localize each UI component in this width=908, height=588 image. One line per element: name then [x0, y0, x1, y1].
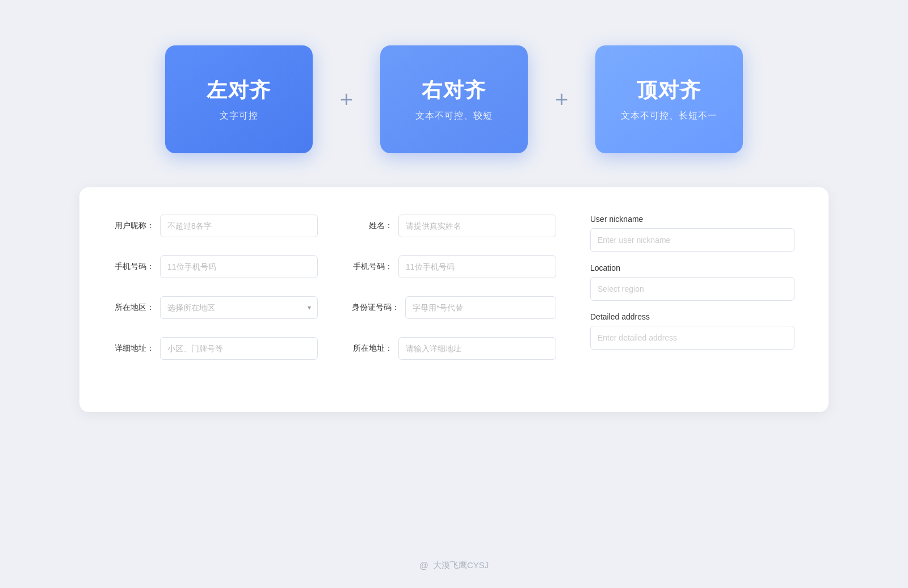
label-id-middle: 身份证号码：	[352, 303, 400, 313]
card-2-subtitle: 文本不可控、较短	[415, 110, 493, 122]
card-left-align: 左对齐 文字可控	[165, 45, 313, 153]
input-name-middle[interactable]	[398, 215, 556, 237]
select-region-left[interactable]: 选择所在地区	[160, 296, 318, 319]
label-address-middle: 所在地址：	[352, 343, 393, 354]
right-field-address: Detailed address	[590, 312, 794, 350]
right-label-nickname: User nickname	[590, 215, 794, 224]
card-3-subtitle: 文本不可控、长短不一	[621, 110, 717, 122]
plus-1: +	[340, 87, 353, 112]
form-grid: 用户昵称： 手机号码： 所在地区： 选择所在地区 ▾ 详细地址：	[114, 215, 794, 378]
form-row-nickname-left: 用户昵称：	[114, 215, 318, 237]
right-field-nickname: User nickname	[590, 215, 794, 252]
cards-section: 左对齐 文字可控 + 右对齐 文本不可控、较短 + 顶对齐 文本不可控、长短不一	[165, 45, 743, 153]
right-label-address: Detailed address	[590, 312, 794, 321]
label-region-left: 所在地区：	[114, 303, 154, 313]
form-row-phone-middle: 手机号码：	[352, 255, 556, 278]
right-label-location: Location	[590, 263, 794, 272]
card-1-title: 左对齐	[207, 77, 271, 104]
form-card: 用户昵称： 手机号码： 所在地区： 选择所在地区 ▾ 详细地址：	[79, 187, 829, 412]
input-nickname-left[interactable]	[160, 215, 318, 237]
card-2-title: 右对齐	[422, 77, 486, 104]
right-input-nickname[interactable]	[590, 228, 794, 252]
form-row-name-middle: 姓名：	[352, 215, 556, 237]
label-address-left: 详细地址：	[114, 343, 154, 354]
card-right-align: 右对齐 文本不可控、较短	[380, 45, 528, 153]
form-row-region-left: 所在地区： 选择所在地区 ▾	[114, 296, 318, 319]
form-right-column: User nickname Location Detailed address	[590, 215, 794, 378]
label-nickname-left: 用户昵称：	[114, 221, 154, 231]
card-1-subtitle: 文字可控	[220, 110, 258, 122]
form-left-column: 用户昵称： 手机号码： 所在地区： 选择所在地区 ▾ 详细地址：	[114, 215, 318, 378]
right-input-location[interactable]	[590, 277, 794, 301]
input-address-middle[interactable]	[398, 337, 556, 360]
right-input-address[interactable]	[590, 326, 794, 350]
footer: @ 大漠飞鹰CYSJ	[419, 549, 489, 588]
card-3-title: 顶对齐	[637, 77, 701, 104]
input-address-left[interactable]	[160, 337, 318, 360]
plus-2: +	[555, 87, 568, 112]
card-top-align: 顶对齐 文本不可控、长短不一	[595, 45, 743, 153]
input-id-middle[interactable]	[405, 296, 556, 319]
right-field-location: Location	[590, 263, 794, 301]
form-row-phone-left: 手机号码：	[114, 255, 318, 278]
form-row-address-middle: 所在地址：	[352, 337, 556, 360]
label-name-middle: 姓名：	[352, 221, 393, 231]
input-phone-left[interactable]	[160, 255, 318, 278]
form-row-address-left: 详细地址：	[114, 337, 318, 360]
label-phone-middle: 手机号码：	[352, 262, 393, 272]
input-phone-middle[interactable]	[398, 255, 556, 278]
footer-at: @	[419, 561, 428, 571]
label-phone-left: 手机号码：	[114, 262, 154, 272]
form-row-id-middle: 身份证号码：	[352, 296, 556, 319]
footer-text: 大漠飞鹰CYSJ	[433, 560, 489, 571]
select-region-wrapper: 选择所在地区 ▾	[160, 296, 318, 319]
form-middle-column: 姓名： 手机号码： 身份证号码： 所在地址：	[352, 215, 556, 378]
